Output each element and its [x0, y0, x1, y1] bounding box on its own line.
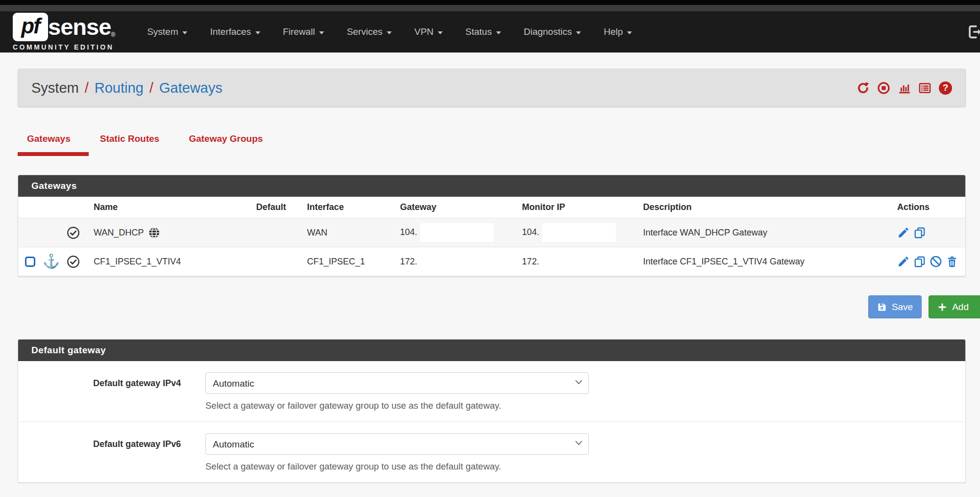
chevron-down-icon: [496, 31, 501, 34]
table-header-row: Name Default Interface Gateway Monitor I…: [18, 197, 965, 218]
redacted-value: [420, 223, 494, 242]
default-gateway-ipv4-label: Default gateway IPv4: [19, 372, 181, 411]
menu-services-label: Services: [347, 26, 382, 37]
save-button[interactable]: Save: [868, 295, 922, 318]
default-gateway-ipv4-select[interactable]: Automatic: [205, 372, 589, 394]
pfsense-logo-wordmark: pf sense ®: [13, 13, 115, 41]
pfsense-logo[interactable]: pf sense ® COMMUNITY EDITION: [13, 13, 115, 51]
chevron-down-icon: [182, 31, 187, 34]
help-icon[interactable]: ?: [939, 81, 952, 95]
window-chrome-strip: [0, 0, 980, 5]
header-actions: Actions: [890, 197, 965, 218]
chart-icon[interactable]: [898, 81, 911, 95]
gateways-panel: Gateways Name Default Interface Gateway …: [18, 175, 966, 277]
breadcrumb-actions: ?: [856, 81, 952, 95]
tab-static-routes[interactable]: Static Routes: [91, 127, 169, 156]
page-content: System / Routing / Gateways: [0, 69, 980, 483]
chevron-down-icon: [438, 31, 443, 34]
refresh-icon[interactable]: [856, 81, 870, 95]
pfsense-logo-sense: sense: [48, 13, 111, 41]
header-interface: Interface: [300, 197, 393, 218]
default-cell: [242, 247, 301, 276]
community-edition-label: COMMUNITY EDITION: [13, 43, 115, 51]
top-navbar: pf sense ® COMMUNITY EDITION System Inte…: [0, 11, 980, 52]
gateways-panel-title: Gateways: [18, 175, 965, 197]
tab-bar: Gateways Static Routes Gateway Groups: [18, 127, 966, 156]
sign-out-icon[interactable]: [966, 24, 980, 40]
menu-system-label: System: [147, 26, 178, 37]
interface-cell: WAN: [300, 218, 393, 247]
description-cell: Interface WAN_DHCP Gateway: [636, 218, 890, 247]
breadcrumb-separator: /: [85, 80, 89, 96]
add-button-label: Add: [952, 302, 969, 313]
default-gateway-panel: Default gateway Default gateway IPv4 Aut…: [18, 339, 966, 483]
gateway-address: 172.: [400, 257, 417, 266]
monitor-ip: 172.: [522, 257, 539, 266]
default-cell: [242, 218, 301, 247]
gateway-enabled-icon: [67, 255, 80, 268]
menu-status-label: Status: [465, 26, 492, 37]
header-gateway: Gateway: [393, 197, 515, 218]
form-row-ipv4: Default gateway IPv4 Automatic Select a …: [19, 361, 964, 421]
anchor-icon[interactable]: ⚓: [43, 255, 60, 268]
breadcrumb-gateways-link[interactable]: Gateways: [159, 80, 223, 96]
delete-icon[interactable]: [946, 255, 958, 268]
menu-interfaces-label: Interfaces: [210, 26, 251, 37]
gateway-name: CF1_IPSEC_1_VTIV4: [94, 257, 181, 267]
disable-icon[interactable]: [930, 255, 942, 268]
gateway-address: 104.: [400, 227, 417, 237]
header-description: Description: [636, 197, 890, 218]
floppy-disk-icon: [877, 302, 887, 312]
menu-interfaces[interactable]: Interfaces: [199, 11, 271, 52]
breadcrumb-bar: System / Routing / Gateways: [18, 69, 966, 107]
default-gateway-ipv6-label: Default gateway IPv6: [19, 433, 181, 472]
save-button-label: Save: [892, 302, 913, 313]
window-chrome-strip2: [0, 5, 980, 11]
chevron-down-icon: [627, 31, 632, 34]
header-default: Default: [242, 197, 301, 218]
menu-status[interactable]: Status: [454, 11, 512, 52]
list-icon[interactable]: [918, 81, 931, 95]
copy-icon[interactable]: [913, 255, 926, 268]
gateway-name: WAN_DHCP: [94, 228, 144, 238]
stop-icon[interactable]: [877, 81, 890, 95]
chevron-down-icon: [319, 31, 324, 34]
header-name: Name: [87, 197, 242, 218]
tab-gateway-groups[interactable]: Gateway Groups: [179, 127, 272, 156]
plus-icon: [937, 302, 947, 312]
breadcrumb-system: System: [31, 80, 79, 96]
edit-icon[interactable]: [897, 255, 910, 268]
edit-icon[interactable]: [897, 226, 910, 239]
chevron-down-icon: [255, 31, 260, 34]
menu-system[interactable]: System: [136, 11, 199, 52]
menu-help[interactable]: Help: [592, 11, 643, 52]
tab-gateways[interactable]: Gateways: [18, 127, 80, 156]
menu-diagnostics-label: Diagnostics: [524, 26, 572, 37]
square-icon[interactable]: [25, 257, 35, 267]
gateways-table: Name Default Interface Gateway Monitor I…: [18, 197, 965, 276]
header-icons-col: [18, 197, 87, 218]
default-gateway-ipv6-select[interactable]: Automatic: [205, 433, 589, 455]
header-monitor-ip: Monitor IP: [515, 197, 636, 218]
default-gateway-globe-icon: [148, 227, 160, 239]
copy-icon[interactable]: [913, 226, 926, 239]
breadcrumb: System / Routing / Gateways: [31, 80, 223, 96]
menu-vpn[interactable]: VPN: [403, 11, 454, 52]
pfsense-logo-pf: pf: [13, 13, 48, 41]
menu-diagnostics[interactable]: Diagnostics: [512, 11, 592, 52]
menu-firewall-label: Firewall: [283, 26, 315, 37]
menu-services[interactable]: Services: [335, 11, 403, 52]
add-button[interactable]: Add: [929, 295, 980, 318]
table-row: WAN_DHCP: [18, 218, 965, 247]
default-gateway-ipv4-help: Select a gateway or failover gateway gro…: [205, 400, 589, 411]
chevron-down-icon: [387, 31, 392, 34]
description-cell: Interface CF1_IPSEC_1_VTIV4 Gateway: [636, 247, 890, 276]
menu-firewall[interactable]: Firewall: [272, 11, 335, 52]
menu-vpn-label: VPN: [414, 26, 433, 37]
button-row: Save Add: [18, 295, 980, 318]
breadcrumb-routing-link[interactable]: Routing: [95, 80, 144, 96]
form-row-ipv6: Default gateway IPv6 Automatic Select a …: [19, 421, 964, 482]
default-gateway-panel-title: Default gateway: [18, 340, 965, 361]
redacted-value: [542, 223, 616, 242]
table-row: ⚓ CF1_IPSEC_1_VTIV4: [18, 247, 965, 276]
